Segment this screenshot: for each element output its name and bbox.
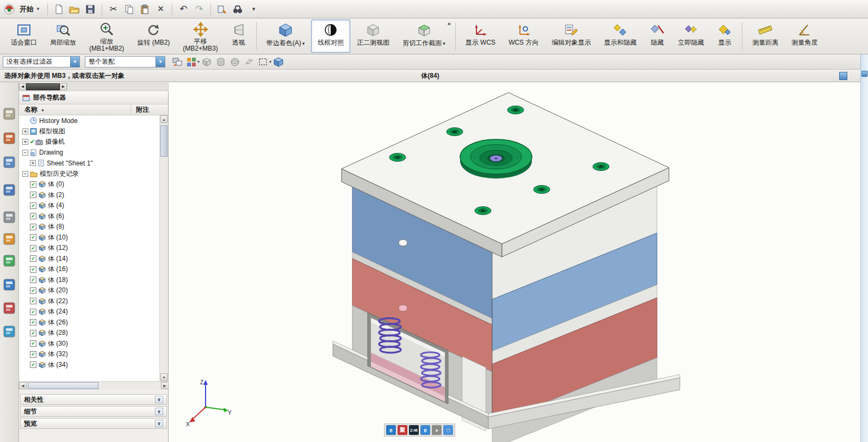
clip-section-button[interactable]: 剪切工作截面▾» xyxy=(396,20,452,53)
notes-icon[interactable] xyxy=(3,233,15,245)
cut-icon[interactable]: ✂ xyxy=(106,2,121,16)
copy-icon[interactable] xyxy=(122,2,137,16)
tree-expander[interactable]: + xyxy=(22,128,28,134)
tree-node[interactable]: ✔体 (2) xyxy=(19,190,160,201)
edit-object-display-button[interactable]: 编辑对象显示 xyxy=(545,20,597,53)
tree-checkbox[interactable]: ✔ xyxy=(30,181,36,188)
scrollbar-thumb[interactable] xyxy=(28,382,98,389)
tree-node[interactable]: ✔体 (10) xyxy=(19,232,160,243)
tree-checkbox[interactable]: ✔ xyxy=(30,224,36,230)
tree-node[interactable]: ✔体 (16) xyxy=(19,264,160,275)
tree-checkbox[interactable]: ✔ xyxy=(30,213,36,219)
mold-assembly-model[interactable]: Z X Y xyxy=(169,82,860,442)
ie-icon[interactable]: e xyxy=(420,425,430,435)
zoom-region-button[interactable]: 局部缩放 xyxy=(44,20,83,53)
tree-expander[interactable]: − xyxy=(22,171,28,177)
save-icon[interactable] xyxy=(83,2,98,16)
graphics-viewport[interactable]: Z X Y e聚2:46e»□ xyxy=(169,82,860,442)
roles-icon[interactable] xyxy=(3,302,15,314)
chevron-down-icon[interactable]: ∨ xyxy=(155,408,163,415)
tree-node[interactable]: ✔体 (12) xyxy=(19,243,160,254)
column-name[interactable]: 名称 xyxy=(19,105,38,114)
face-filter-icon[interactable] xyxy=(214,56,227,69)
clock-tray-icon[interactable]: 2:46 xyxy=(409,425,419,435)
tree-node[interactable]: ✔体 (34) xyxy=(19,360,160,371)
wcs-orientation-button[interactable]: WCS 方向 xyxy=(502,20,545,53)
tree-node[interactable]: ✔体 (24) xyxy=(19,306,160,317)
ju-app-icon[interactable]: 聚 xyxy=(398,425,407,435)
tree-checkbox[interactable]: ✔ xyxy=(30,266,36,273)
chevron-down-icon[interactable]: ▾ xyxy=(443,41,445,46)
tree-checkbox[interactable]: ✔ xyxy=(30,319,36,326)
interpart-select-icon[interactable] xyxy=(171,56,184,69)
datum-filter-icon[interactable] xyxy=(243,56,256,69)
chevron-down-icon[interactable]: ▾ xyxy=(302,41,305,46)
column-comment[interactable]: 附注 xyxy=(136,105,149,114)
view-popup-icon[interactable] xyxy=(231,2,245,16)
measure-angle-button[interactable]: 测量角度 xyxy=(785,20,824,53)
solid-filter-icon[interactable] xyxy=(200,56,213,69)
tree-checkbox[interactable]: ✔ xyxy=(30,234,36,241)
tree-checkbox[interactable]: ✔ xyxy=(30,298,36,304)
tree-node[interactable]: ✔体 (26) xyxy=(19,317,160,328)
rotate-button[interactable]: 旋转 (MB2) xyxy=(131,20,176,53)
tree-checkbox[interactable]: ✔ xyxy=(30,330,36,336)
perspective-button[interactable]: 透视 xyxy=(225,20,253,53)
selection-scope-dropdown[interactable]: 整个装配 ▼ xyxy=(85,56,165,67)
open-file-icon[interactable] xyxy=(67,2,82,16)
tree-node[interactable]: ✔体 (18) xyxy=(19,275,160,286)
edge-filter-icon[interactable] xyxy=(228,56,241,69)
tree-node[interactable]: ✔体 (14) xyxy=(19,254,160,265)
tree-node[interactable]: +模型视图 xyxy=(19,126,160,137)
tools-icon[interactable] xyxy=(3,279,15,291)
dock-panel-icon[interactable] xyxy=(861,71,867,77)
tree-node[interactable]: +✔摄像机 xyxy=(19,137,160,148)
pan-button[interactable]: 平移 (MB2+MB3) xyxy=(176,20,224,53)
right-dock-strip[interactable] xyxy=(860,54,868,442)
tree-checkbox[interactable]: ✔ xyxy=(30,277,36,283)
tree-node[interactable]: ✔体 (6) xyxy=(19,211,160,222)
scroll-up-arrow[interactable]: ▲ xyxy=(160,115,168,123)
dock-panel-icon[interactable] xyxy=(839,72,847,80)
section-bar-预览[interactable]: 预览∨ xyxy=(20,418,167,429)
tree-checkbox[interactable]: ✔ xyxy=(30,361,36,368)
overflow-chevron-icon[interactable]: » xyxy=(448,20,451,27)
tree-node[interactable]: ✔体 (30) xyxy=(19,339,160,349)
show-and-hide-button[interactable]: 显示和隐藏 xyxy=(597,20,643,53)
measure-distance-button[interactable]: 测量距离 xyxy=(746,20,785,53)
undo-icon[interactable]: ↶ xyxy=(176,2,191,16)
tree-node[interactable]: ✔体 (4) xyxy=(19,200,160,211)
menubar-overflow-icon[interactable]: ▾ xyxy=(246,2,261,16)
selection-filter-dropdown[interactable]: 没有选择过滤器 ▼ xyxy=(3,56,80,67)
tree-checkbox[interactable]: ✔ xyxy=(30,202,36,209)
column-divider[interactable] xyxy=(131,106,131,114)
scroll-left-arrow[interactable]: ◀ xyxy=(19,382,27,389)
tree-node[interactable]: −Drawing xyxy=(19,148,160,158)
tree-checkbox[interactable]: ✔ xyxy=(30,351,36,358)
trimetric-view-button[interactable]: 正二测视图 xyxy=(350,20,396,53)
tree-checkbox[interactable]: ✔ xyxy=(30,192,36,198)
show-wcs-button[interactable]: 显示 WCS xyxy=(459,20,502,53)
window-icon[interactable]: □ xyxy=(443,425,453,435)
section-bar-相关性[interactable]: 相关性∨ xyxy=(20,394,167,405)
tree-expander[interactable]: + xyxy=(22,139,28,145)
chevron-down-icon[interactable]: ▼ xyxy=(156,57,165,67)
type-filter-icon[interactable] xyxy=(185,56,198,69)
delete-icon[interactable]: × xyxy=(153,2,168,16)
tree-expander[interactable]: + xyxy=(30,160,36,166)
assembly-cube-icon[interactable] xyxy=(272,56,285,69)
browser-icon[interactable]: e xyxy=(386,425,396,435)
section-bar-细节[interactable]: 细节∨ xyxy=(20,406,167,417)
redo-icon[interactable]: ↷ xyxy=(192,2,207,16)
chevron-down-icon[interactable]: ▼ xyxy=(70,57,79,67)
wireframe-contrast-button[interactable]: 线框对照 xyxy=(311,20,350,53)
tree-checkbox[interactable]: ✔ xyxy=(30,287,36,294)
tree-expander[interactable]: − xyxy=(22,150,28,156)
chevron-down-icon[interactable]: ∨ xyxy=(155,420,163,427)
sort-ascending-icon[interactable]: ▲ xyxy=(41,108,45,112)
tree-checkbox[interactable]: ✔ xyxy=(30,309,36,315)
scrollbar-track[interactable] xyxy=(67,83,169,90)
immediate-hide-button[interactable]: 立即隐藏 xyxy=(671,20,710,53)
command-finder-icon[interactable] xyxy=(215,2,230,16)
new-file-icon[interactable] xyxy=(52,2,66,16)
